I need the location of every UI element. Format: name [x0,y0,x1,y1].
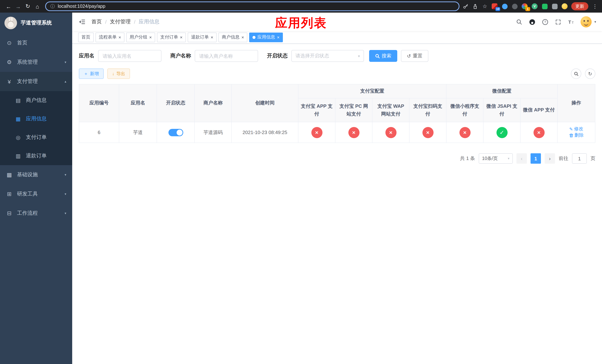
next-page-button[interactable]: › [545,153,555,164]
col-alipay-pc: 支付宝 PC 网站支付 [335,98,372,122]
close-icon[interactable]: × [211,35,213,39]
sidebar-item-home[interactable]: ⊙ 首页 [0,33,72,53]
channel-status-icon: × [459,127,470,138]
search-icon[interactable] [516,19,523,25]
chevron-down-icon: ▾ [358,54,360,58]
app-name-input[interactable] [98,50,161,62]
tag-user-group[interactable]: 用户分组 × [126,32,155,42]
close-icon[interactable]: × [180,35,183,39]
tag-app-info[interactable]: 应用信息 × [249,32,283,42]
col-wx-app: 微信 APP 支付 [520,98,557,122]
github-icon[interactable] [529,19,536,25]
col-wx-jsapi: 微信 JSAPI 支付 [483,98,520,122]
refresh-table-button[interactable]: ↻ [585,68,595,79]
cell-actions: ✎ 修改 删除 [557,122,595,143]
table-toolbar: ＋ 新增 ↓ 导出 ↻ [79,68,595,79]
breadcrumb-home[interactable]: 首页 [91,19,102,25]
help-icon[interactable]: ? [542,19,548,25]
gear-icon: ⚙ [6,59,13,65]
font-size-icon[interactable]: TT [568,19,574,25]
prev-page-button[interactable]: ‹ [516,153,527,164]
toolbox-icon: ⊞ [6,191,13,197]
channel-status-icon: × [348,127,359,138]
svg-text:?: ? [544,20,546,24]
goto-page-input[interactable] [572,153,587,164]
page-unit-label: 页 [591,155,595,162]
breadcrumb-payment[interactable]: 支付管理 [110,19,131,25]
table-row: 6 芋道 芋道源码 2021-10-23 08:49:25 × × × × × … [79,122,595,143]
current-page-button[interactable]: 1 [531,153,541,164]
close-icon[interactable]: × [241,35,244,39]
extension-icon-emoji[interactable] [561,3,568,10]
app-table: 应用编号 应用名 开启状态 商户名称 创建时间 支付宝配置 微信配置 操作 支付… [79,84,595,143]
filter-form: 应用名 商户名称 开启状态 请选择开启状态 ▾ 搜索 ↺ 重置 [79,50,595,62]
extension-icon-green-square[interactable] [541,3,548,10]
svg-text:T: T [572,21,574,24]
delete-link[interactable]: 删除 [569,132,584,139]
extension-icon-dark[interactable] [511,3,518,10]
sidebar-item-system[interactable]: ⚙ 系统管理 ▾ [0,53,72,72]
sidebar-item-app-info[interactable]: ▦ 应用信息 [0,110,72,128]
forward-button[interactable]: → [13,1,23,11]
extension-icon-grid[interactable]: 10 [491,3,498,10]
search-button[interactable]: 搜索 [369,50,397,62]
extension-icon-puzzle[interactable] [551,3,558,10]
edit-link[interactable]: ✎ 修改 [569,126,583,132]
extension-icon-drop[interactable] [501,3,508,10]
tag-home[interactable]: 首页 [78,32,94,42]
grid-icon: ▦ [15,116,22,122]
tag-pay-order[interactable]: 支付订单 × [157,32,186,42]
home-button[interactable]: ⌂ [32,1,42,11]
close-icon[interactable]: × [277,35,280,39]
extension-icon-colorful[interactable]: 1 [521,3,528,10]
tag-merchant-info[interactable]: 商户信息 × [218,32,247,42]
sidebar-item-infrastructure[interactable]: ▩ 基础设施 ▾ [0,165,72,184]
close-icon[interactable]: × [149,35,152,39]
app-title: 芋道管理系统 [21,20,52,26]
sidebar-item-dev-tools[interactable]: ⊞ 研发工具 ▾ [0,184,72,204]
bookmark-star-icon[interactable]: ☆ [482,3,488,10]
add-button[interactable]: ＋ 新增 [79,68,104,79]
sidebar-item-refund-order[interactable]: ▥ 退款订单 [0,147,72,165]
main-content: 应用名 商户名称 开启状态 请选择开启状态 ▾ 搜索 ↺ 重置 ＋ [72,44,602,364]
sidebar-item-payment[interactable]: ¥ 支付管理 ▴ [0,72,72,91]
edit-pencil-icon: ✎ [569,127,573,131]
status-toggle[interactable] [168,129,183,136]
col-app-name: 应用名 [119,84,157,122]
user-avatar[interactable] [581,16,592,27]
toggle-search-button[interactable] [571,68,581,79]
sidebar-fold-icon[interactable] [78,18,86,26]
share-icon[interactable] [472,3,478,10]
channel-status-icon: × [533,127,544,138]
sidebar-item-workflow[interactable]: ⊟ 工作流程 ▾ [0,204,72,223]
chrome-menu-icon[interactable]: ⋮ [592,3,598,9]
sidebar-item-pay-order[interactable]: ◎ 支付订单 [0,128,72,147]
extension-icon-vue[interactable]: V [531,3,538,10]
merchant-name-input[interactable] [195,50,258,62]
reload-button[interactable]: ↻ [23,1,32,11]
tag-refund-order[interactable]: 退款订单 × [188,32,216,42]
address-bar[interactable]: ⓘ localhost:1024/pay/app [45,1,460,11]
close-icon[interactable]: × [118,35,121,39]
cell-app-name: 芋道 [119,122,157,143]
sidebar-item-merchant-info[interactable]: ▤ 商户信息 [0,91,72,110]
page-size-select[interactable]: 10条/页 ▾ [479,153,513,164]
reset-button[interactable]: ↺ 重置 [401,50,428,62]
chevron-down-icon[interactable]: ▾ [594,20,596,24]
browser-toolbar: ← → ↻ ⌂ ⓘ localhost:1024/pay/app ☆ 10 1 [0,0,602,13]
chrome-update-button[interactable]: 更新 [571,2,588,10]
tag-process-form[interactable]: 流程表单 × [96,32,124,42]
fullscreen-icon[interactable] [555,19,561,25]
channel-status-icon: × [311,127,322,138]
app-logo-avatar [4,17,17,29]
back-button[interactable]: ← [4,1,13,11]
export-button[interactable]: ↓ 导出 [107,68,130,79]
site-info-icon[interactable]: ⓘ [50,4,55,9]
document-icon: ▥ [15,153,22,159]
coin-icon: ◎ [15,134,22,140]
status-select[interactable]: 请选择开启状态 ▾ [291,50,364,62]
group-wechat: 微信配置 [446,84,557,98]
breadcrumb-current: 应用信息 [139,19,160,25]
trash-icon [569,133,573,138]
password-key-icon[interactable] [462,3,469,10]
